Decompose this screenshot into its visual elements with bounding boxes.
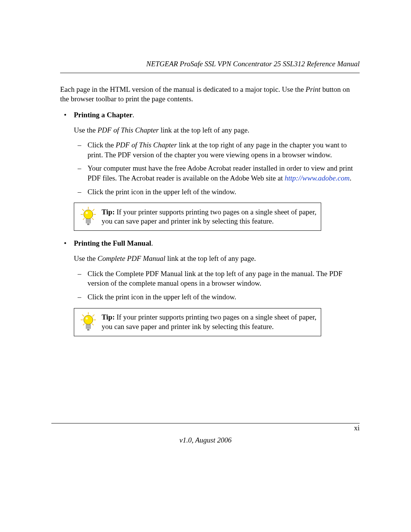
footer-rule xyxy=(51,423,360,423)
tip-body: If your printer supports printing two pa… xyxy=(102,313,317,331)
tip-box: Tip: If your printer supports printing t… xyxy=(74,203,321,231)
dash-list: Click the PDF of This Chapter link at th… xyxy=(74,140,360,197)
tip-icon-cell xyxy=(77,206,99,227)
dash-list: Click the Complete PDF Manual link at th… xyxy=(74,269,360,302)
svg-line-6 xyxy=(92,218,94,220)
lead-pre: Use the xyxy=(74,126,97,134)
svg-rect-10 xyxy=(86,220,91,222)
tip-body: If your printer supports printing two pa… xyxy=(102,208,317,225)
section-printing-chapter: Printing a Chapter. Use the PDF of This … xyxy=(60,110,360,231)
tip-label: Tip: xyxy=(102,208,115,216)
intro-ital: Print xyxy=(306,85,320,93)
svg-rect-12 xyxy=(87,224,89,225)
footer xyxy=(51,423,360,423)
body-content: Each page in the HTML version of the man… xyxy=(60,73,360,336)
tip-label: Tip: xyxy=(102,313,115,321)
svg-rect-22 xyxy=(86,324,91,326)
lead-post: link at the top left of any page. xyxy=(166,254,256,262)
lightbulb-icon xyxy=(79,312,97,333)
svg-line-14 xyxy=(82,315,84,316)
section-title: Printing the Full Manual xyxy=(74,239,151,247)
document-page: NETGEAR ProSafe SSL VPN Concentrator 25 … xyxy=(0,0,411,532)
intro-pre: Each page in the HTML version of the man… xyxy=(60,85,306,93)
section-lead: Use the PDF of This Chapter link at the … xyxy=(74,125,360,135)
tip-text: Tip: If your printer supports printing t… xyxy=(99,208,317,226)
dash-item: Click the PDF of This Chapter link at th… xyxy=(74,140,360,160)
dash-item: Your computer must have the free Adobe A… xyxy=(74,163,360,183)
adobe-link[interactable]: http://www.adobe.com xyxy=(285,174,350,182)
dash-item: Click the print icon in the upper left o… xyxy=(74,187,360,197)
dash-item: Click the Complete PDF Manual link at th… xyxy=(74,269,360,288)
section-printing-full-manual: Printing the Full Manual. Use the Comple… xyxy=(60,238,360,336)
tip-box: Tip: If your printer supports printing t… xyxy=(74,308,321,336)
section-title-row: Printing the Full Manual. xyxy=(74,238,360,248)
svg-line-1 xyxy=(82,209,84,211)
svg-point-8 xyxy=(86,212,88,214)
running-header: NETGEAR ProSafe SSL VPN Concentrator 25 … xyxy=(60,59,360,69)
svg-line-19 xyxy=(92,324,94,325)
svg-rect-23 xyxy=(86,326,91,327)
svg-rect-11 xyxy=(86,222,91,223)
lead-pre: Use the xyxy=(74,254,97,262)
lead-post: link at the top left of any page. xyxy=(159,126,249,134)
svg-rect-9 xyxy=(86,219,91,220)
svg-line-5 xyxy=(83,218,84,220)
version-line: v1.0, August 2006 xyxy=(0,435,411,445)
svg-line-18 xyxy=(83,324,84,325)
svg-point-7 xyxy=(84,210,93,219)
svg-point-21 xyxy=(86,317,88,320)
svg-line-2 xyxy=(92,209,94,211)
section-title-row: Printing a Chapter. xyxy=(74,110,360,120)
dash-item: Click the print icon in the upper left o… xyxy=(74,292,360,302)
svg-point-20 xyxy=(84,315,93,324)
section-title: Printing a Chapter xyxy=(74,111,132,119)
tip-text: Tip: If your printer supports printing t… xyxy=(99,313,317,331)
svg-rect-24 xyxy=(86,328,91,329)
tip-icon-cell xyxy=(77,312,99,333)
page-number: xi xyxy=(354,423,360,433)
section-lead: Use the Complete PDF Manual link at the … xyxy=(74,254,360,264)
lightbulb-icon xyxy=(79,206,97,227)
section-list: Printing a Chapter. Use the PDF of This … xyxy=(60,110,360,336)
svg-line-15 xyxy=(92,315,94,316)
svg-rect-25 xyxy=(87,329,89,331)
intro-paragraph: Each page in the HTML version of the man… xyxy=(60,85,360,104)
lead-ital: Complete PDF Manual xyxy=(97,254,165,262)
lead-ital: PDF of This Chapter xyxy=(97,126,159,134)
